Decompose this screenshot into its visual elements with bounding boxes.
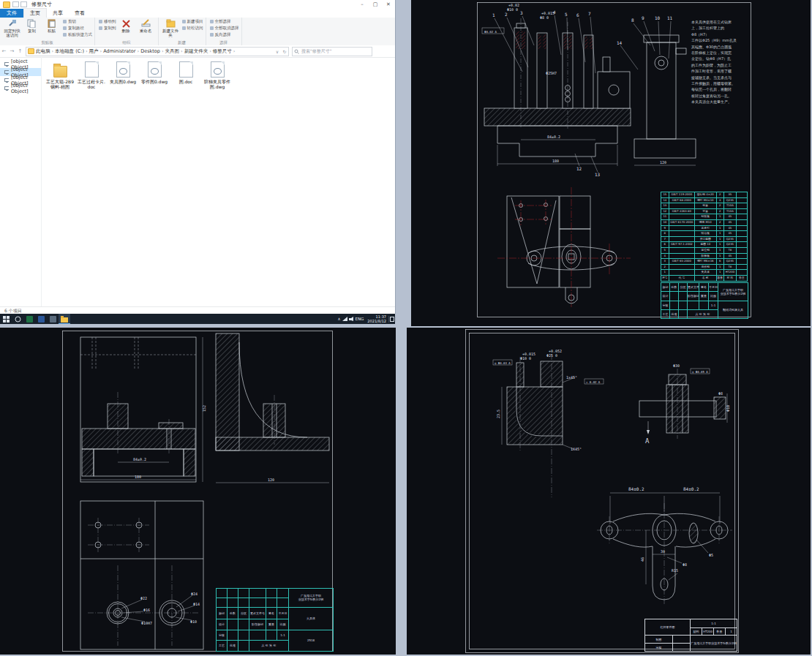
copy-button[interactable]: 复制 xyxy=(22,18,42,39)
select-small-button[interactable]: 全部取消选择 xyxy=(210,25,239,31)
clipboard-small-button[interactable]: 剪切 xyxy=(63,18,92,25)
red-centerlines xyxy=(497,187,631,307)
note-line: 件加工时变形，采用了螺 xyxy=(691,68,748,74)
address-dropdown-icon[interactable]: ∨ xyxy=(274,49,281,54)
address-field[interactable]: 此电脑 › 本地磁盘 (C:) › 用户 › Administrator › D… xyxy=(26,47,289,56)
organize-small-button[interactable]: 移动到 xyxy=(99,18,116,25)
search-taskbar-button[interactable] xyxy=(12,314,23,324)
minimize-button[interactable]: – xyxy=(356,0,369,9)
taskbar-app-button[interactable] xyxy=(35,314,47,324)
clock[interactable]: 11:37 2021/8/12 xyxy=(367,314,386,323)
taskbar-app-button[interactable] xyxy=(23,314,35,324)
svg-text:14: 14 xyxy=(617,40,623,45)
svg-text:Φ8: Φ8 xyxy=(683,562,687,567)
breadcrumb-segment[interactable]: Administrator xyxy=(103,48,135,54)
search-icon xyxy=(294,49,299,54)
breadcrumb-segment[interactable]: 夹具图 xyxy=(165,48,180,55)
breadcrumb-segment[interactable]: 修整尺寸 xyxy=(213,48,232,55)
bom-row: 13钻套 2T10A xyxy=(661,203,748,209)
assembly-drawing-canvas: 12 34 56 78 910 1112 1314 +0.02Φ10 0 +0.… xyxy=(411,0,811,326)
forward-button[interactable]: → xyxy=(8,48,16,54)
select-small-button[interactable]: 全部选择 xyxy=(210,18,239,25)
svg-text:5: 5 xyxy=(565,12,568,17)
clipboard-small-button[interactable]: 粘贴快捷方式 xyxy=(63,31,92,38)
svg-text:Φ0.02 A: Φ0.02 A xyxy=(484,30,497,34)
file-name: 工艺大箱-2B9钢料-精图 xyxy=(45,79,75,89)
taskbar-app-button[interactable] xyxy=(47,314,59,324)
tray-chevron-icon[interactable]: ∧ xyxy=(337,317,340,321)
close-button[interactable]: ✕ xyxy=(382,0,395,9)
breadcrumb-segment[interactable]: 本地磁盘 (C:) xyxy=(55,48,84,55)
search-input[interactable]: 搜索"修整尺寸" xyxy=(292,47,372,56)
back-button[interactable]: ← xyxy=(0,48,8,54)
ribbon-group-select: 全部选择 全部取消选择 反向选择 选择 xyxy=(206,18,242,45)
navigation-pane: [object Object] [object Object] [object … xyxy=(0,57,42,306)
part-name: 夹具体 xyxy=(289,607,334,630)
file-icon xyxy=(85,61,99,78)
sidebar-item[interactable]: [object Object] xyxy=(0,84,41,92)
location-folder-icon xyxy=(28,48,34,54)
svg-text:30: 30 xyxy=(661,549,665,554)
explorer-body: [object Object] [object Object] [object … xyxy=(0,57,395,306)
delete-x-icon xyxy=(121,19,131,28)
flange-section-view xyxy=(493,354,604,497)
taskbar-explorer-button[interactable] xyxy=(59,314,70,324)
refresh-icon[interactable]: ↻ xyxy=(281,49,288,54)
paste-icon xyxy=(47,19,56,28)
title-bar[interactable]: 修整尺寸 – ▢ ✕ xyxy=(0,0,395,9)
file-item[interactable]: 阶梯夹具零件图.dwg xyxy=(202,61,233,89)
svg-text:Φ8 0: Φ8 0 xyxy=(540,15,549,20)
plan-view xyxy=(497,187,631,307)
file-item[interactable]: 零件图0.dwg xyxy=(139,61,170,84)
new-small-button[interactable]: 新建项目 xyxy=(182,18,203,25)
scale-value: 1:1 xyxy=(691,619,737,628)
ribbon-group-organize: 移动到 复制到 删除 重命名 组织 xyxy=(95,18,159,45)
maximize-button[interactable]: ▢ xyxy=(369,0,382,9)
organize-small-button[interactable]: 复制到 xyxy=(99,25,116,31)
new-small-button[interactable]: 轻松访问 xyxy=(182,25,203,31)
breadcrumb-segment[interactable]: 用户 xyxy=(89,48,99,55)
note-line: 旋辅助支承。当支承点与 xyxy=(691,75,748,80)
up-button[interactable]: ↑ xyxy=(16,48,24,54)
language-indicator[interactable]: ENG xyxy=(356,317,364,321)
clipboard-small-button[interactable]: 复制路径 xyxy=(63,25,92,31)
tab-view[interactable]: 查看 xyxy=(69,9,91,18)
breadcrumb-segment[interactable]: 新建文件夹 xyxy=(184,48,208,55)
file-item[interactable]: 夹具图0.dwg xyxy=(108,61,138,84)
svg-text:10: 10 xyxy=(655,15,661,20)
breadcrumb-segment[interactable]: Desktop xyxy=(140,48,160,54)
cad-assembly-drawing: 12 34 56 78 910 1112 1314 +0.02Φ10 0 +0.… xyxy=(411,0,811,326)
file-item[interactable]: 工艺过程卡片.doc xyxy=(76,61,107,89)
title-block: 杠杆零件图 1:1 材料HT200 数量1 制图 广东海洋大学职业技术学院数控2… xyxy=(644,619,737,652)
new-folder-button[interactable]: 新建文件夹 xyxy=(161,18,181,39)
volume-tray-icon[interactable] xyxy=(349,317,354,321)
bom-row: 8转动板 145 xyxy=(661,231,748,237)
svg-text:◎ Φ0.03 A: ◎ Φ0.03 A xyxy=(495,361,511,365)
file-item[interactable]: 图.doc xyxy=(170,61,201,84)
svg-text:12: 12 xyxy=(576,166,582,171)
network-tray-icon[interactable] xyxy=(342,317,347,321)
new-folder-icon xyxy=(166,19,176,28)
tab-file[interactable]: 文件 xyxy=(0,9,23,18)
pin-to-quick-access-button[interactable]: 固定到快速访问 xyxy=(2,18,22,39)
ribbon-group-label: 组织 xyxy=(97,39,156,45)
svg-text:23.5: 23.5 xyxy=(496,410,500,418)
delete-button[interactable]: 删除 xyxy=(116,18,136,39)
paste-button[interactable]: 粘贴 xyxy=(42,18,61,39)
svg-text:Φ10H7: Φ10H7 xyxy=(141,621,152,625)
tab-home[interactable]: 主页 xyxy=(23,8,47,18)
start-button[interactable] xyxy=(0,314,12,324)
cad-lever-part-drawing: +0.015Φ10 0 +0.052Φ25 0 1x45° 1X45° 23.5… xyxy=(407,328,811,655)
breadcrumb-chevron: › xyxy=(52,48,54,54)
quick-access-toolbar-icon[interactable] xyxy=(20,1,27,7)
tab-share[interactable]: 共享 xyxy=(47,9,69,18)
select-small-button[interactable]: 反向选择 xyxy=(210,31,239,38)
sidebar-item-icon xyxy=(4,61,9,67)
app-icon xyxy=(26,316,33,323)
file-icon xyxy=(211,61,225,78)
rename-button[interactable]: 重命名 xyxy=(136,18,156,39)
breadcrumb-segment[interactable]: 此电脑 xyxy=(36,48,50,55)
file-item[interactable]: 工艺大箱-2B9钢料-精图 xyxy=(45,61,75,89)
quick-access-toolbar-icon[interactable] xyxy=(12,1,19,7)
action-center-button[interactable] xyxy=(388,316,395,323)
